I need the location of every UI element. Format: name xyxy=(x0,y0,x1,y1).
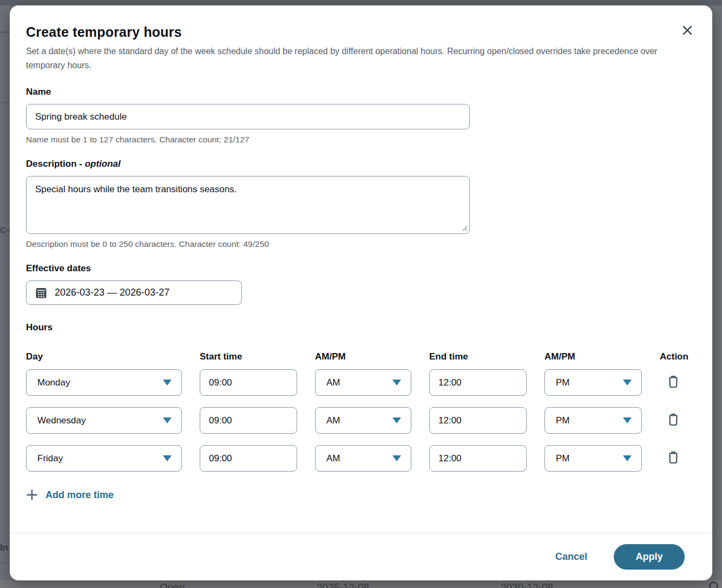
end-time-input[interactable] xyxy=(429,445,527,472)
backdrop-text-fragment: In xyxy=(0,543,8,553)
name-input[interactable] xyxy=(26,104,470,129)
backdrop-text-date: 2030-12-08 xyxy=(501,582,553,588)
backdrop-divider xyxy=(0,102,10,103)
hours-row: Wednesday AM PM xyxy=(26,407,696,434)
delete-row-icon[interactable] xyxy=(664,411,682,429)
delete-row-icon[interactable] xyxy=(664,449,682,467)
backdrop-text-open: Open xyxy=(160,582,185,588)
end-time-input[interactable] xyxy=(429,407,527,434)
backdrop-icon-fragment xyxy=(709,582,718,588)
column-header-end-time: End time xyxy=(429,351,527,362)
backdrop-top-strip xyxy=(0,0,722,5)
description-helper-text: Description must be 0 to 250 characters.… xyxy=(26,239,696,249)
start-time-input[interactable] xyxy=(200,445,297,472)
plus-icon xyxy=(26,489,38,501)
start-ampm-select[interactable]: AM xyxy=(315,369,411,396)
day-select[interactable]: Friday xyxy=(26,445,182,472)
chevron-down-icon xyxy=(163,380,172,386)
description-textarea[interactable]: Special hours while the team transitions… xyxy=(26,176,470,234)
chevron-down-icon xyxy=(163,417,172,423)
name-helper-text: Name must be 1 to 127 characters. Charac… xyxy=(26,135,696,145)
add-more-time-button[interactable]: Add more time xyxy=(26,489,114,501)
hours-row: Monday AM PM xyxy=(26,369,696,396)
hours-label: Hours xyxy=(26,322,696,333)
add-more-time-label: Add more time xyxy=(45,489,114,501)
end-ampm-select[interactable]: PM xyxy=(544,369,642,396)
chevron-down-icon xyxy=(392,417,401,423)
chevron-down-icon xyxy=(163,455,172,461)
effective-dates-picker[interactable]: 2026-03-23 — 2026-03-27 xyxy=(26,280,242,305)
day-select[interactable]: Wednesday xyxy=(26,407,182,434)
name-label: Name xyxy=(26,87,696,97)
cancel-button[interactable]: Cancel xyxy=(555,551,587,563)
chevron-down-icon xyxy=(623,455,632,461)
hours-row: Friday AM PM xyxy=(26,445,696,472)
effective-dates-value: 2026-03-23 — 2026-03-27 xyxy=(55,287,169,298)
calendar-icon xyxy=(35,287,47,299)
optional-suffix: optional xyxy=(85,159,121,169)
chevron-down-icon xyxy=(623,380,632,386)
effective-dates-label: Effective dates xyxy=(26,263,696,274)
resize-handle-icon[interactable] xyxy=(461,224,468,232)
apply-button[interactable]: Apply xyxy=(614,544,685,570)
day-select[interactable]: Monday xyxy=(26,369,182,396)
start-time-input[interactable] xyxy=(200,407,297,434)
column-header-start-ampm: AM/PM xyxy=(315,351,411,362)
end-ampm-select[interactable]: PM xyxy=(544,445,642,472)
chevron-down-icon xyxy=(392,455,401,461)
create-temporary-hours-modal: Create temporary hours Set a date(s) whe… xyxy=(10,5,712,580)
description-label: Description - optional xyxy=(26,159,696,169)
backdrop-divider xyxy=(0,562,10,563)
modal-footer: Cancel Apply xyxy=(10,533,712,580)
column-header-action: Action xyxy=(660,351,692,362)
column-header-day: Day xyxy=(26,351,182,362)
backdrop-text-date: 2025-12-08 xyxy=(317,582,369,588)
column-header-end-ampm: AM/PM xyxy=(544,351,642,362)
chevron-down-icon xyxy=(392,380,401,386)
start-ampm-select[interactable]: AM xyxy=(315,445,411,472)
start-ampm-select[interactable]: AM xyxy=(315,407,411,434)
delete-row-icon[interactable] xyxy=(664,374,682,391)
backdrop-divider xyxy=(0,31,10,33)
modal-subtitle: Set a date(s) where the standard day of … xyxy=(26,44,664,73)
start-time-input[interactable] xyxy=(200,369,297,396)
column-header-start-time: Start time xyxy=(200,351,297,362)
hours-table-header: Day Start time AM/PM End time AM/PM Acti… xyxy=(26,351,696,362)
end-time-input[interactable] xyxy=(429,369,527,396)
modal-title: Create temporary hours xyxy=(26,24,696,40)
end-ampm-select[interactable]: PM xyxy=(544,407,642,434)
chevron-down-icon xyxy=(623,417,632,423)
